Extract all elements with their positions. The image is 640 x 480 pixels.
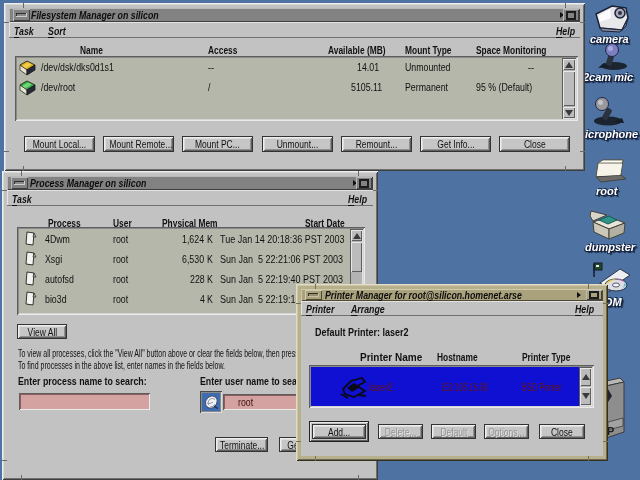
svg-text:P: P <box>607 425 614 437</box>
